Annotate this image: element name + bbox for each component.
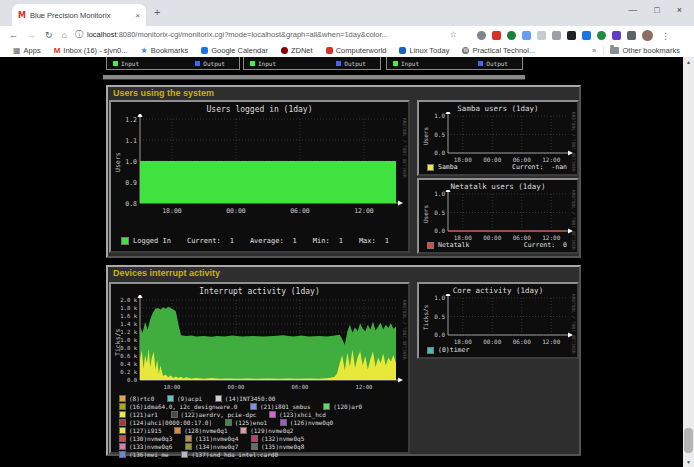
scroll-down-icon[interactable]: ▼ — [683, 459, 694, 465]
output-legend-swatch — [195, 61, 200, 66]
netatalk-current-value: 0 — [563, 241, 567, 249]
legend-swatch — [119, 403, 126, 410]
svg-text:18:00: 18:00 — [454, 156, 472, 163]
legend-swatch — [240, 427, 247, 434]
back-icon[interactable]: ← — [9, 30, 18, 40]
legend-swatch — [251, 443, 258, 450]
dark-extension-icon[interactable] — [567, 31, 576, 40]
window-maximize-button[interactable]: □ — [654, 5, 659, 15]
interrupt-chart-legend: (8)rtc0 (9)acpi (14)INT3450:00 (16)idma6… — [119, 395, 371, 459]
queue-extension-icon[interactable] — [627, 31, 636, 40]
svg-text:0.0: 0.0 — [434, 227, 445, 234]
rrdtool-watermark: RRDTOOL / TOBI OETIKER — [571, 294, 576, 354]
netatalk-swatch — [427, 242, 434, 249]
svg-text:0.0: 0.0 — [434, 331, 445, 338]
svg-text:12:00: 12:00 — [542, 338, 560, 345]
bookmark-computerworld[interactable]: Computerworld — [326, 46, 387, 55]
speaker-extension-icon[interactable] — [552, 31, 561, 40]
apps-grid-icon: ▦ — [13, 47, 21, 54]
messenger-extension-icon[interactable] — [582, 31, 591, 40]
computerworld-icon — [326, 47, 333, 54]
star-icon: ★ — [141, 47, 148, 54]
users-chart-legend: Logged In Current: 1 Average: 1 Min: 1 M… — [121, 237, 389, 245]
svg-text:06:00: 06:00 — [513, 234, 531, 241]
scrollbar-thumb[interactable] — [684, 428, 693, 453]
min-value: 1 — [339, 237, 343, 245]
pin-extension-icon[interactable] — [612, 31, 621, 40]
svg-text:1.0 k: 1.0 k — [120, 337, 137, 343]
bookmark-zdnet[interactable]: ZDNet — [281, 46, 313, 55]
svg-text:1.2 k: 1.2 k — [120, 329, 137, 335]
svg-text:06:00: 06:00 — [513, 338, 531, 345]
logged-in-swatch — [121, 237, 129, 245]
partial-graph-box: Input Output — [386, 57, 523, 70]
chart-title: Users logged in (1day) — [111, 105, 408, 114]
bookmark-apps[interactable]: ▦ Apps — [13, 46, 41, 55]
home-icon[interactable]: ⌂ — [62, 30, 67, 40]
square-extension-icon[interactable] — [537, 31, 546, 40]
svg-text:0.0: 0.0 — [434, 149, 445, 156]
legend-swatch — [250, 403, 257, 410]
green-circle-extension-icon[interactable] — [597, 31, 606, 40]
extensions-row: ⋮ — [477, 30, 670, 41]
svg-text:06:00: 06:00 — [292, 384, 309, 390]
scroll-up-icon[interactable]: ▲ — [683, 59, 694, 65]
max-value: 1 — [385, 237, 389, 245]
page-info-icon[interactable]: ⓘ — [75, 29, 83, 40]
mail-extension-icon[interactable] — [492, 31, 501, 40]
bookmark-star-icon[interactable]: ☆ — [450, 30, 457, 39]
profile-avatar[interactable] — [642, 30, 653, 41]
timer-swatch — [427, 347, 434, 354]
forward-icon[interactable]: → — [27, 30, 36, 40]
legend-swatch — [119, 419, 126, 426]
legend-swatch — [119, 435, 126, 442]
tab-close-icon[interactable]: × — [135, 11, 140, 20]
legend-swatch — [119, 395, 126, 402]
netatalk-users-graph: Netatalk users (1day) Users 0.00.51.018:… — [417, 178, 579, 254]
pages-extension-icon[interactable] — [522, 31, 531, 40]
svg-text:0.0: 0.0 — [127, 377, 137, 383]
svg-text:0.2 k: 0.2 k — [120, 369, 137, 375]
users-logged-in-graph: Users logged in (1day) Users 0.80.91.01.… — [109, 100, 410, 253]
legend-swatch — [181, 451, 188, 458]
svg-text:1.2: 1.2 — [125, 116, 137, 124]
bookmarks-overflow-chevron[interactable]: » — [592, 46, 596, 55]
rrdtool-watermark: RRDTOOL / TOBI OETIKER — [571, 190, 576, 250]
reload-icon[interactable]: ↻ — [45, 30, 53, 40]
svg-text:0.6 k: 0.6 k — [120, 353, 137, 359]
netatalk-chart-legend: Netatalk Current:0 — [427, 241, 567, 249]
svg-text:1.6 k: 1.6 k — [120, 313, 137, 319]
bookmark-inbox[interactable]: M Inbox (16) - sjvn0... — [54, 46, 128, 55]
other-bookmarks-button[interactable]: Other bookmarks — [610, 46, 680, 55]
samba-swatch — [427, 164, 434, 171]
monitorix-page: Input Output Input Output Input Output U… — [0, 57, 694, 467]
svg-text:18:00: 18:00 — [454, 234, 472, 241]
browser-menu-icon[interactable]: ⋮ — [661, 31, 670, 41]
legend-swatch — [171, 411, 178, 418]
new-tab-button[interactable]: + — [154, 7, 160, 18]
window-close-button[interactable]: × — [677, 5, 682, 15]
globe-extension-icon[interactable] — [507, 31, 516, 40]
search-extension-icon[interactable] — [477, 31, 486, 40]
section-bottom-border — [103, 75, 525, 80]
bookmark-google-calendar[interactable]: Google Calendar — [201, 46, 268, 55]
svg-text:00:00: 00:00 — [483, 338, 501, 345]
window-minimize-button[interactable]: — — [628, 5, 637, 15]
svg-text:18:00: 18:00 — [162, 207, 182, 215]
bookmark-bookmarks[interactable]: ★ Bookmarks — [141, 46, 189, 55]
svg-text:18:00: 18:00 — [454, 338, 472, 345]
legend-swatch — [119, 427, 126, 434]
page-scrollbar[interactable]: ▲ ▼ — [683, 57, 694, 467]
wordpress-icon: W — [462, 47, 469, 54]
legend-swatch — [225, 419, 232, 426]
section-interrupts-title: Devices interrupt activity — [108, 267, 579, 279]
legend-swatch — [174, 427, 181, 434]
linux-today-icon — [399, 47, 406, 54]
browser-tab[interactable]: M Blue Precision Monitorix × — [12, 4, 146, 26]
bookmark-linux-today[interactable]: Linux Today — [399, 46, 449, 55]
svg-text:06:00: 06:00 — [513, 156, 531, 163]
rrdtool-watermark: RRDTOOL / TOBI OETIKER — [402, 300, 407, 360]
bookmark-practical-technology[interactable]: W Practical Technol... — [462, 46, 535, 55]
browser-window: M Blue Precision Monitorix × + — □ × ← →… — [0, 0, 694, 467]
address-bar[interactable]: ⓘ localhost:8080/monitorix-cgi/monitorix… — [75, 29, 457, 40]
